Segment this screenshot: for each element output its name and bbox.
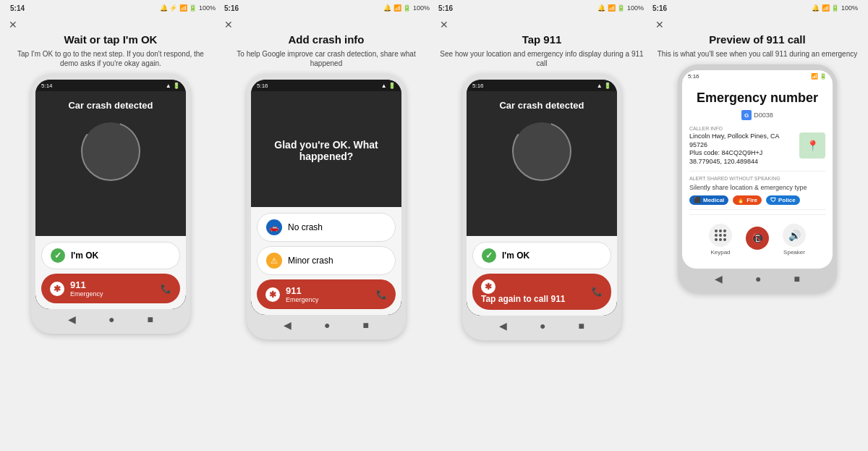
panel-wait-ok: ✕ Wait or tap I'm OK Tap I'm OK to go to… bbox=[6, 19, 216, 451]
panel-title-2: Add crash info bbox=[288, 33, 364, 46]
status-icons-2: 🔔 📶 🔋 100% bbox=[383, 4, 430, 12]
phone-status-bar-2: 5:16 ▲ 🔋 bbox=[251, 80, 401, 91]
panel-subtitle-2: To help Google improve car crash detecti… bbox=[221, 49, 431, 68]
phone-screen-2: 5:16 ▲ 🔋 Glad you're OK. What happened? … bbox=[251, 80, 401, 315]
badge-label: D0038 bbox=[754, 111, 773, 119]
panel-preview-911: ✕ Preview of 911 call This is what you'l… bbox=[652, 19, 862, 451]
phone-time-4: 5:16 bbox=[688, 73, 699, 80]
check-icon-3: ✓ bbox=[482, 248, 496, 263]
panel-add-crash-info: ✕ Add crash info To help Google improve … bbox=[221, 19, 431, 451]
end-call-icon: 📵 bbox=[746, 227, 769, 250]
keypad-label: Keypad bbox=[710, 249, 730, 256]
emergency-type-badges: ⬛ Medical 🔥 Fire 🛡 Police bbox=[689, 195, 825, 205]
phone-buttons-1: ✓ I'm OK ✱ 911 Emergency 📞 bbox=[35, 236, 186, 309]
no-crash-option[interactable]: 🚗 No crash bbox=[257, 213, 396, 242]
emergency-content: Emergency number G D0038 CALLER INFO Lin… bbox=[682, 82, 833, 269]
tap-911-button[interactable]: ✱ Tap again to call 911 📞 bbox=[472, 274, 611, 310]
alert-description: Silently share location & emergency type bbox=[689, 184, 825, 191]
home-icon-3[interactable]: ● bbox=[540, 320, 545, 332]
recents-icon-3[interactable]: ■ bbox=[579, 320, 584, 332]
phone-screen-3: 5:16 ▲ 🔋 Car crash detected ✓ I'm OK bbox=[467, 80, 617, 316]
phone-frame-1: 5:14 ▲ 🔋 Car crash detected ✓ I'm OK bbox=[31, 74, 190, 334]
fire-badge[interactable]: 🔥 Fire bbox=[733, 195, 762, 205]
panel-subtitle-3: See how your location and emergency info… bbox=[437, 49, 647, 68]
home-icon-1[interactable]: ● bbox=[109, 313, 114, 325]
back-icon-1[interactable]: ◀ bbox=[68, 313, 76, 325]
911-button-1[interactable]: ✱ 911 Emergency 📞 bbox=[41, 274, 180, 303]
recents-icon-4[interactable]: ■ bbox=[794, 273, 800, 284]
phone-icon-1: 📞 bbox=[161, 284, 171, 294]
home-icon-4[interactable]: ● bbox=[755, 273, 761, 284]
speaker-button[interactable]: 🔊 Speaker bbox=[783, 224, 806, 256]
plus-code: Plus code: 84CQ2Q9H+J bbox=[689, 149, 795, 158]
911-label-1: 911 Emergency bbox=[70, 279, 103, 298]
status-icons-3: 🔔 📶 🔋 100% bbox=[597, 4, 644, 12]
911-button-2[interactable]: ✱ 911 Emergency 📞 bbox=[257, 279, 396, 309]
nav-bar-3: ◀ ● ■ bbox=[467, 316, 617, 334]
coords: 38.779045, 120.489844 bbox=[689, 158, 795, 167]
back-icon-3[interactable]: ◀ bbox=[499, 320, 507, 332]
keypad-icon bbox=[709, 224, 732, 247]
status-time-3: 5:16 bbox=[438, 4, 453, 12]
no-crash-label: No crash bbox=[288, 222, 323, 232]
address-row: Lincoln Hwy, Pollock Pines, CA 95726 Plu… bbox=[689, 132, 825, 167]
police-badge[interactable]: 🛡 Police bbox=[766, 195, 800, 205]
phone-dark-content-2: Glad you're OK. What happened? bbox=[251, 91, 401, 207]
svg-point-0 bbox=[82, 122, 140, 180]
panel-subtitle-4: This is what you'll see when you call 91… bbox=[655, 49, 861, 59]
g-badge: G D0038 bbox=[689, 110, 825, 120]
911-sub-2: Emergency bbox=[286, 296, 319, 303]
fire-label: Fire bbox=[746, 197, 757, 203]
fire-icon: 🔥 bbox=[737, 197, 744, 203]
911-sub-1: Emergency bbox=[70, 290, 103, 298]
medical-label: Medical bbox=[703, 197, 724, 203]
911-main-1: 911 bbox=[70, 279, 103, 290]
minor-crash-label: Minor crash bbox=[288, 256, 333, 266]
recents-icon-1[interactable]: ■ bbox=[148, 313, 153, 325]
minor-crash-option[interactable]: ⚠ Minor crash bbox=[257, 246, 396, 275]
phone-dark-content-1: Car crash detected bbox=[35, 91, 186, 236]
panel-subtitle-1: Tap I'm OK to go to the next step. If yo… bbox=[6, 49, 216, 68]
close-button-2[interactable]: ✕ bbox=[221, 19, 233, 30]
speaker-icon: 🔊 bbox=[783, 224, 806, 247]
recents-icon-2[interactable]: ■ bbox=[363, 319, 369, 331]
phone-frame-4: 5:16 📶 🔋 Emergency number G D0038 CALLER… bbox=[678, 64, 837, 293]
keypad-button[interactable]: Keypad bbox=[709, 224, 732, 256]
close-button-3[interactable]: ✕ bbox=[437, 19, 448, 30]
emergency-icon-2: ✱ bbox=[265, 287, 280, 302]
close-button-1[interactable]: ✕ bbox=[6, 19, 17, 30]
countdown-circle-3 bbox=[513, 122, 571, 180]
phone-dark-content-3: Car crash detected bbox=[467, 91, 617, 236]
check-icon-1: ✓ bbox=[51, 248, 65, 263]
im-ok-button-1[interactable]: ✓ I'm OK bbox=[41, 242, 180, 269]
no-crash-icon: 🚗 bbox=[266, 219, 282, 235]
emergency-icon-1: ✱ bbox=[50, 282, 64, 296]
back-icon-4[interactable]: ◀ bbox=[715, 273, 723, 284]
address-block: Lincoln Hwy, Pollock Pines, CA 95726 Plu… bbox=[689, 132, 795, 167]
nav-bar-4: ◀ ● ■ bbox=[682, 269, 833, 287]
svg-point-1 bbox=[513, 122, 571, 180]
im-ok-button-3[interactable]: ✓ I'm OK bbox=[472, 242, 611, 269]
caller-info-label: CALLER INFO bbox=[689, 126, 825, 131]
police-icon: 🛡 bbox=[770, 197, 776, 203]
tap911-label: Tap again to call 911 bbox=[481, 294, 565, 304]
medical-icon: ⬛ bbox=[694, 197, 701, 203]
end-call-button[interactable]: 📵 bbox=[746, 227, 769, 252]
phone-frame-2: 5:16 ▲ 🔋 Glad you're OK. What happened? … bbox=[247, 74, 406, 340]
home-icon-2[interactable]: ● bbox=[324, 319, 330, 331]
glad-text: Glad you're OK. What happened? bbox=[257, 125, 396, 177]
nav-bar-2: ◀ ● ■ bbox=[251, 315, 401, 334]
phone-status-bar-1: 5:14 ▲ 🔋 bbox=[35, 80, 186, 91]
phone-icon-3: 📞 bbox=[592, 287, 603, 297]
close-button-4[interactable]: ✕ bbox=[652, 19, 664, 30]
crash-detected-text-1: Car crash detected bbox=[68, 100, 153, 111]
phone-time-1: 5:14 bbox=[41, 83, 53, 89]
911-left-2: ✱ 911 Emergency bbox=[265, 285, 319, 303]
panel-tap-911: ✕ Tap 911 See how your location and emer… bbox=[437, 19, 647, 451]
ok-label-3: I'm OK bbox=[502, 250, 529, 261]
options-list: 🚗 No crash ⚠ Minor crash ✱ 911 Emergency bbox=[251, 207, 401, 315]
phone-icon-2: 📞 bbox=[376, 290, 387, 300]
back-icon-2[interactable]: ◀ bbox=[284, 319, 292, 331]
medical-badge[interactable]: ⬛ Medical bbox=[689, 195, 728, 205]
emergency-icon-3: ✱ bbox=[481, 279, 495, 294]
